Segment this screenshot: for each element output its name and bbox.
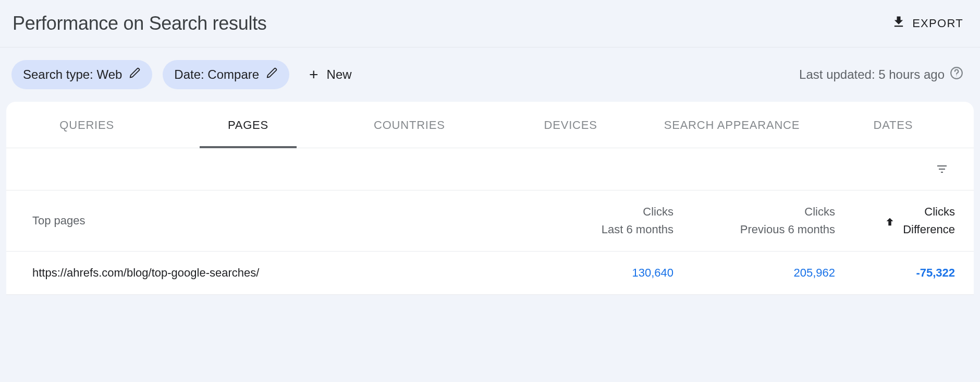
export-label: EXPORT (912, 17, 963, 30)
col-clicks-last[interactable]: Clicks Last 6 months (512, 203, 673, 238)
cell-clicks-diff: -75,322 (835, 266, 955, 280)
last-updated-text: Last updated: 5 hours ago (799, 67, 945, 82)
last-updated: Last updated: 5 hours ago (799, 66, 963, 83)
table-row[interactable]: https://ahrefs.com/blog/top-google-searc… (6, 252, 974, 295)
cell-clicks-prev: 205,962 (673, 266, 835, 280)
tab-countries[interactable]: COUNTRIES (329, 102, 490, 148)
date-chip-label: Date: Compare (174, 67, 259, 82)
results-card: QUERIES PAGES COUNTRIES DEVICES SEARCH A… (6, 102, 974, 295)
add-filter-label: New (327, 67, 352, 82)
filters-left: Search type: Web Date: Compare + New (11, 60, 352, 89)
tabs-row: QUERIES PAGES COUNTRIES DEVICES SEARCH A… (6, 102, 974, 148)
tab-queries[interactable]: QUERIES (6, 102, 167, 148)
table-header-row: Top pages Clicks Last 6 months Clicks Pr… (6, 190, 974, 252)
download-icon (891, 15, 906, 32)
pencil-icon (266, 67, 278, 82)
tab-pages[interactable]: PAGES (167, 102, 328, 148)
col-top-pages[interactable]: Top pages (32, 212, 512, 230)
tab-devices[interactable]: DEVICES (490, 102, 651, 148)
col-clicks-prev[interactable]: Clicks Previous 6 months (673, 203, 835, 238)
search-type-chip-label: Search type: Web (23, 67, 122, 82)
help-icon[interactable] (950, 66, 963, 83)
plus-icon: + (309, 67, 318, 82)
table-toolbar (6, 148, 974, 190)
svg-point-1 (956, 76, 957, 76)
filter-list-icon[interactable] (934, 163, 950, 175)
pencil-icon (129, 67, 141, 82)
col-clicks-diff[interactable]: Clicks Difference (835, 203, 955, 238)
search-type-chip[interactable]: Search type: Web (11, 60, 152, 89)
tab-dates[interactable]: DATES (813, 102, 974, 148)
filter-bar: Search type: Web Date: Compare + New Las… (0, 47, 980, 102)
sort-arrow-up-icon (884, 215, 896, 226)
page-header: Performance on Search results EXPORT (0, 0, 980, 47)
tab-search-appearance[interactable]: SEARCH APPEARANCE (651, 102, 812, 148)
page-title: Performance on Search results (13, 13, 267, 34)
add-filter-button[interactable]: + New (300, 67, 352, 82)
cell-page-url[interactable]: https://ahrefs.com/blog/top-google-searc… (32, 266, 512, 280)
cell-clicks-last: 130,640 (512, 266, 673, 280)
date-chip[interactable]: Date: Compare (163, 60, 289, 89)
export-button[interactable]: EXPORT (891, 15, 963, 32)
